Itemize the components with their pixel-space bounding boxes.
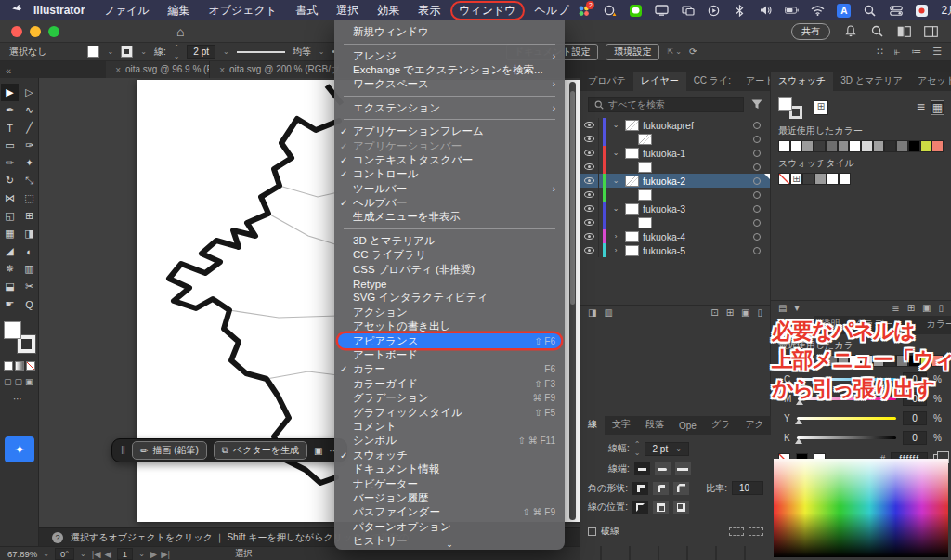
zoom-caret-icon[interactable]: ⌄: [43, 550, 49, 558]
menu-item[interactable]: ✓ アプリケーションフレーム: [334, 124, 565, 138]
menu-item[interactable]: アレンジ ›: [334, 48, 565, 62]
expand-icon[interactable]: ⌄: [610, 149, 621, 157]
hand-tool[interactable]: ☛: [1, 295, 19, 313]
dash-field[interactable]: 線分: [588, 547, 613, 560]
target-circle[interactable]: [753, 122, 761, 129]
wifi-icon[interactable]: [811, 4, 825, 18]
panel-tab[interactable]: 段落: [638, 416, 671, 435]
menu-item[interactable]: 新規ウィンドウ: [334, 25, 565, 39]
make-mask-button[interactable]: ⊡: [710, 307, 718, 318]
bell-icon[interactable]: [843, 24, 857, 38]
last-artboard-button[interactable]: ▶|: [161, 549, 170, 559]
target-circle[interactable]: [753, 219, 761, 227]
arrange-documents-icon[interactable]: [897, 24, 911, 38]
target-circle[interactable]: [753, 191, 761, 199]
new-swatch-group-button[interactable]: ⊞: [907, 303, 915, 313]
draw-inside-button[interactable]: ▣: [25, 377, 33, 386]
rotate-tool[interactable]: ↻: [1, 172, 19, 189]
expand-icon[interactable]: ⌄: [610, 204, 621, 213]
apple-icon[interactable]: [9, 4, 23, 18]
panel-tab[interactable]: アク: [737, 416, 771, 435]
expand-icon[interactable]: ›: [610, 232, 621, 241]
new-layer-button[interactable]: ▣: [741, 307, 749, 318]
zoom-window-button[interactable]: [48, 26, 59, 37]
preserve-dash-button[interactable]: [729, 527, 744, 536]
rotation-caret-icon[interactable]: ⌄: [80, 550, 86, 558]
color-swatch[interactable]: [873, 140, 885, 152]
target-circle[interactable]: [753, 205, 761, 213]
target-circle[interactable]: [753, 233, 761, 241]
generate-vector-button[interactable]: ⧉ ベクターを生成: [214, 441, 307, 460]
layer-name[interactable]: fukuoka-2: [643, 176, 749, 187]
menu-item[interactable]: ナビゲーター: [334, 476, 565, 490]
fill-stroke-indicator[interactable]: [4, 321, 35, 353]
zoom-level[interactable]: 67.89%: [7, 549, 37, 559]
menu-item[interactable]: ✓ コントロール: [334, 167, 565, 181]
search-icon[interactable]: [870, 24, 884, 38]
color-swatch[interactable]: [826, 140, 838, 152]
menubar-item-select[interactable]: 選択: [328, 2, 367, 20]
color-swatch[interactable]: [861, 140, 873, 152]
menu-item[interactable]: ✓ コンテキストタスクバー: [334, 153, 565, 167]
menu-item[interactable]: 3D とマテリアル: [334, 234, 565, 248]
menu-item[interactable]: CC ライブラリ: [334, 248, 565, 262]
artboard-caret-icon[interactable]: ⌄: [138, 550, 145, 558]
stroke-width-field[interactable]: 2 pt ⌄: [645, 442, 688, 456]
menu-item[interactable]: ワークスペース ›: [334, 77, 565, 91]
rotate-view-icon[interactable]: ⟳: [689, 46, 697, 57]
panel-tab[interactable]: 線: [580, 416, 605, 435]
layer-thumbnail[interactable]: [625, 203, 639, 215]
next-artboard-button[interactable]: ▶: [150, 549, 157, 559]
spotlight-icon[interactable]: [863, 4, 877, 18]
panel-tab[interactable]: アートボー: [738, 72, 770, 91]
close-tab-icon[interactable]: ×: [115, 65, 121, 75]
menubar-item-type[interactable]: 書式: [287, 2, 326, 20]
miter-ratio-field[interactable]: 10: [732, 481, 763, 495]
layers-search-input[interactable]: すべてを検索: [588, 97, 744, 112]
layer-row[interactable]: › fukuoka-5: [580, 243, 770, 257]
none-mode-button[interactable]: [26, 361, 35, 371]
stroke-weight-caret-icon[interactable]: ⌄: [223, 47, 229, 56]
menubar-item-view[interactable]: 表示: [410, 2, 449, 20]
color-swatch[interactable]: [839, 173, 851, 185]
gradient-tool[interactable]: ◨: [20, 225, 38, 242]
gradient-mode-button[interactable]: [15, 361, 24, 371]
target-circle[interactable]: [753, 163, 761, 171]
color-swatch[interactable]: [908, 140, 920, 152]
target-circle[interactable]: [753, 150, 761, 157]
color-swatch[interactable]: [802, 173, 814, 185]
draw-normal-button[interactable]: ▢: [4, 377, 12, 386]
stroke-weight-field[interactable]: 2 pt: [187, 45, 215, 59]
canvas-vertical-scrollbar[interactable]: [569, 82, 576, 520]
minimize-window-button[interactable]: [30, 26, 41, 37]
share-button[interactable]: 共有: [791, 23, 830, 40]
pen-tool[interactable]: ✒: [1, 101, 19, 119]
visibility-cell[interactable]: [580, 202, 599, 215]
layer-row[interactable]: ⌄ fukuoka-2: [580, 174, 770, 188]
close-tab-icon[interactable]: ×: [219, 65, 225, 75]
panel-tab[interactable]: 文字: [605, 416, 638, 435]
layer-name[interactable]: fukuoka-1: [643, 148, 749, 159]
filter-funnel-icon[interactable]: [751, 99, 762, 110]
context-pin-button[interactable]: ✦: [5, 436, 34, 462]
line-app-icon[interactable]: [629, 4, 643, 18]
menubar-item-effect[interactable]: 効果: [369, 2, 408, 20]
layer-name[interactable]: fukuoka-5: [643, 245, 749, 256]
color-swatch[interactable]: [849, 140, 861, 152]
symbol-sprayer-tool[interactable]: ✵: [1, 260, 19, 278]
panel-list-icon[interactable]: ☰: [932, 46, 942, 58]
transform-options-icon[interactable]: ≔: [911, 46, 921, 58]
eye-icon[interactable]: [584, 177, 594, 184]
layer-row[interactable]: [580, 160, 770, 174]
visibility-cell[interactable]: [580, 243, 599, 257]
layer-row[interactable]: ⌄ fukuokapref: [580, 118, 770, 132]
layer-row[interactable]: [580, 188, 770, 202]
menu-item[interactable]: アートボード: [334, 348, 565, 362]
panel-tab[interactable]: レイヤー: [633, 72, 686, 91]
shape-builder-tool[interactable]: ◱: [1, 207, 19, 225]
menubar-item-help[interactable]: ヘルプ: [527, 2, 578, 20]
shaper-tool[interactable]: ✦: [20, 154, 38, 172]
stroke-color-swatch[interactable]: [121, 46, 133, 58]
close-window-button[interactable]: [11, 26, 22, 37]
slider-thumb[interactable]: [795, 438, 802, 444]
